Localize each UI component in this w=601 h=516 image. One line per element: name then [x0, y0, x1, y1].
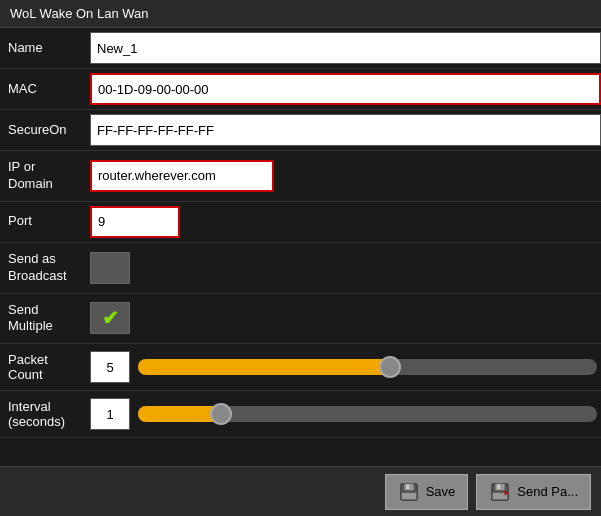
send-multiple-toggle[interactable]: ✔: [90, 302, 130, 334]
send-multiple-row: Send Multiple ✔: [0, 294, 601, 345]
packet-count-fill: [138, 359, 390, 375]
packet-count-thumb[interactable]: [379, 356, 401, 378]
send-packet-button[interactable]: Send Pa...: [476, 474, 591, 510]
save-label: Save: [426, 484, 456, 499]
ip-label: IP or Domain: [0, 155, 90, 197]
secureon-label: SecureOn: [0, 118, 90, 143]
save-icon: [398, 481, 420, 503]
ip-row: IP or Domain: [0, 151, 601, 202]
interval-row: Interval (seconds) 1: [0, 391, 601, 438]
svg-rect-3: [401, 492, 416, 498]
packet-count-value: 5: [90, 351, 130, 383]
interval-label: Interval (seconds): [0, 395, 90, 433]
title-bar: WoL Wake On Lan Wan: [0, 0, 601, 28]
send-multiple-label: Send Multiple: [0, 298, 90, 340]
broadcast-toggle[interactable]: [90, 252, 130, 284]
svg-rect-2: [406, 484, 409, 489]
packet-count-row: Packet Count 5: [0, 344, 601, 391]
mac-label: MAC: [0, 77, 90, 102]
form-container: Name MAC SecureOn IP or Domain Port Send…: [0, 28, 601, 438]
name-label: Name: [0, 36, 90, 61]
mac-input[interactable]: [90, 73, 601, 105]
broadcast-row: Send as Broadcast: [0, 243, 601, 294]
name-input[interactable]: [90, 32, 601, 64]
ip-input[interactable]: [90, 160, 274, 192]
save-button[interactable]: Save: [385, 474, 469, 510]
interval-slider[interactable]: [138, 406, 597, 422]
interval-value: 1: [90, 398, 130, 430]
mac-row: MAC: [0, 69, 601, 110]
interval-fill: [138, 406, 221, 422]
send-packet-label: Send Pa...: [517, 484, 578, 499]
packet-count-slider[interactable]: [138, 359, 597, 375]
send-packet-icon: [489, 481, 511, 503]
interval-thumb[interactable]: [210, 403, 232, 425]
port-label: Port: [0, 209, 90, 234]
checkmark-icon: ✔: [102, 306, 119, 330]
bottom-bar: Save Send Pa...: [0, 466, 601, 516]
packet-count-label: Packet Count: [0, 348, 90, 386]
secureon-input[interactable]: [90, 114, 601, 146]
svg-rect-6: [498, 484, 501, 489]
title-text: WoL Wake On Lan Wan: [10, 6, 149, 21]
port-row: Port: [0, 202, 601, 243]
port-input[interactable]: [90, 206, 180, 238]
broadcast-label: Send as Broadcast: [0, 247, 90, 289]
secureon-row: SecureOn: [0, 110, 601, 151]
name-row: Name: [0, 28, 601, 69]
